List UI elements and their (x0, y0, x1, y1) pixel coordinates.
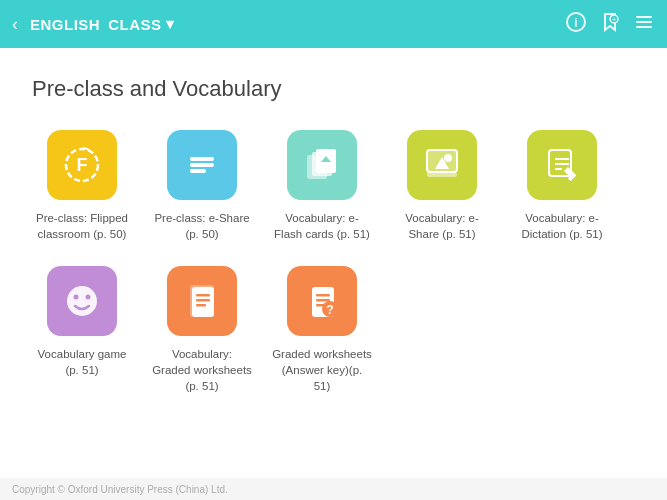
class-label: CLASS (108, 16, 161, 33)
list-item[interactable]: ? Graded worksheets (Answer key)(p. 51) (272, 266, 372, 394)
list-item[interactable]: Vocabulary: e-Flash cards (p. 51) (272, 130, 372, 242)
svg-text:+: + (612, 15, 617, 24)
svg-rect-10 (190, 157, 214, 161)
list-item[interactable]: Vocabulary: e-Share (p. 51) (392, 130, 492, 242)
main-content: Pre-class and Vocabulary F Pre-class: Fl… (0, 48, 667, 478)
english-label: ENGLISH (30, 16, 100, 33)
svg-rect-11 (190, 163, 214, 167)
edictation-icon (527, 130, 597, 200)
copyright-text: Copyright © Oxford University Press (Chi… (12, 484, 228, 495)
vocab-eshare-icon (407, 130, 477, 200)
svg-rect-5 (636, 21, 652, 23)
graded-worksheets-icon (167, 266, 237, 336)
svg-rect-28 (192, 287, 214, 317)
svg-rect-31 (196, 304, 206, 307)
svg-rect-4 (636, 16, 652, 18)
header: ‹ ENGLISH CLASS ▾ i + (0, 0, 667, 48)
item-label: Vocabulary: e-Dictation (p. 51) (512, 210, 612, 242)
back-button[interactable]: ‹ (12, 14, 18, 35)
list-item[interactable]: F Pre-class: Flipped classroom (p. 50) (32, 130, 132, 242)
info-icon[interactable]: i (565, 11, 587, 38)
svg-text:F: F (77, 155, 88, 175)
header-icons: i + (565, 11, 655, 38)
item-label: Graded worksheets (Answer key)(p. 51) (272, 346, 372, 394)
footer: Copyright © Oxford University Press (Chi… (0, 478, 667, 500)
items-grid: F Pre-class: Flipped classroom (p. 50) P… (32, 130, 635, 418)
svg-text:?: ? (326, 303, 333, 317)
item-label: Vocabulary: e-Flash cards (p. 51) (272, 210, 372, 242)
list-item[interactable]: Vocabulary: e-Dictation (p. 51) (512, 130, 612, 242)
svg-rect-12 (190, 169, 206, 173)
svg-rect-29 (196, 294, 210, 297)
eflash-icon (287, 130, 357, 200)
svg-point-24 (67, 286, 97, 316)
svg-rect-34 (316, 299, 330, 302)
svg-point-26 (86, 295, 91, 300)
svg-rect-6 (636, 26, 652, 28)
class-arrow: ▾ (166, 15, 175, 33)
list-item[interactable]: Vocabulary: Graded worksheets (p. 51) (152, 266, 252, 394)
list-item[interactable]: Vocabulary game (p. 51) (32, 266, 132, 394)
bookmark-icon[interactable]: + (599, 11, 621, 38)
svg-point-25 (74, 295, 79, 300)
svg-rect-30 (196, 299, 210, 302)
answer-key-icon: ? (287, 266, 357, 336)
item-label: Vocabulary game (p. 51) (32, 346, 132, 378)
item-label: Pre-class: Flipped classroom (p. 50) (32, 210, 132, 242)
svg-point-20 (444, 154, 452, 162)
item-label: Vocabulary: Graded worksheets (p. 51) (152, 346, 252, 394)
svg-rect-33 (316, 294, 330, 297)
page-title: Pre-class and Vocabulary (32, 76, 635, 102)
svg-rect-21 (427, 172, 457, 177)
menu-icon[interactable] (633, 11, 655, 38)
svg-text:i: i (574, 16, 577, 30)
eshare-preclass-icon (167, 130, 237, 200)
item-label: Vocabulary: e-Share (p. 51) (392, 210, 492, 242)
item-label: Pre-class: e-Share (p. 50) (152, 210, 252, 242)
class-dropdown[interactable]: CLASS ▾ (108, 15, 174, 33)
flipped-icon: F (47, 130, 117, 200)
vocabgame-icon (47, 266, 117, 336)
list-item[interactable]: Pre-class: e-Share (p. 50) (152, 130, 252, 242)
